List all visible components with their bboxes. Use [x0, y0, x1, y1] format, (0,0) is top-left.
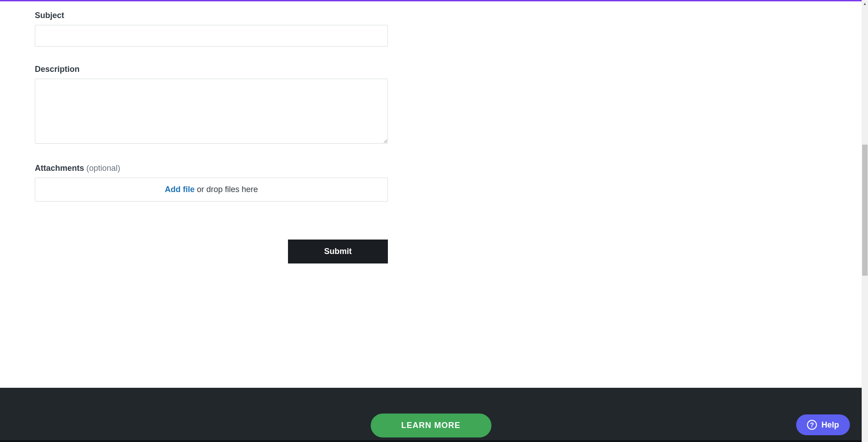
- subject-input[interactable]: [35, 25, 388, 47]
- question-mark-icon: ?: [807, 420, 817, 430]
- footer-bottom-stripe: [0, 440, 862, 442]
- description-label: Description: [35, 65, 388, 74]
- top-accent-border: [0, 0, 862, 1]
- drop-files-hint: or drop files here: [194, 185, 258, 194]
- attachments-optional-text: (optional): [86, 164, 120, 173]
- attachments-label-text: Attachments: [35, 164, 84, 173]
- submit-row: Submit: [35, 240, 388, 263]
- form-container: Subject Description Attachments (optiona…: [0, 0, 423, 263]
- learn-more-button[interactable]: LEARN MORE: [371, 414, 491, 437]
- add-file-link[interactable]: Add file: [165, 185, 194, 194]
- subject-field-group: Subject: [35, 11, 388, 47]
- attachments-field-group: Attachments (optional) Add file or drop …: [35, 164, 388, 202]
- page-footer: LEARN MORE: [0, 388, 862, 442]
- attachments-dropzone[interactable]: Add file or drop files here: [35, 178, 388, 202]
- scrollbar-thumb[interactable]: [862, 145, 868, 276]
- help-widget-button[interactable]: ? Help: [796, 414, 850, 435]
- submit-button[interactable]: Submit: [288, 240, 388, 263]
- help-label: Help: [821, 420, 839, 430]
- subject-label: Subject: [35, 11, 388, 20]
- attachments-label: Attachments (optional): [35, 164, 388, 173]
- description-field-group: Description: [35, 65, 388, 146]
- scrollbar-track[interactable]: ▲: [862, 0, 868, 442]
- scrollbar-up-button[interactable]: ▲: [862, 0, 868, 8]
- description-textarea[interactable]: [35, 79, 388, 144]
